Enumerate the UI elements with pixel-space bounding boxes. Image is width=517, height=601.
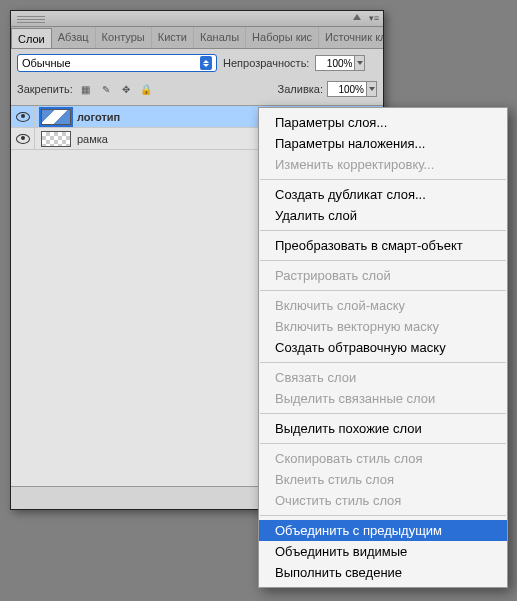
opacity-label: Непрозрачность: (223, 57, 309, 69)
blend-row: Обычные Непрозрачность: 100% (11, 49, 383, 77)
panel-titlebar[interactable]: ▾≡ (11, 11, 383, 27)
tab-6[interactable]: Источник кл (319, 27, 383, 48)
menu-item[interactable]: Параметры наложения... (259, 133, 507, 154)
eye-icon (16, 112, 30, 122)
menu-separator (260, 260, 506, 261)
dropdown-caret-icon (200, 56, 212, 70)
menu-item: Растрировать слой (259, 265, 507, 286)
menu-item: Изменить корректировку... (259, 154, 507, 175)
collapse-icon[interactable] (353, 14, 361, 20)
fill-label: Заливка: (278, 83, 323, 95)
menu-separator (260, 179, 506, 180)
menu-item: Включить слой-маску (259, 295, 507, 316)
tab-1[interactable]: Абзац (52, 27, 96, 48)
grip-icon (17, 15, 45, 23)
menu-item[interactable]: Выполнить сведение (259, 562, 507, 583)
layer-name[interactable]: рамка (77, 133, 108, 145)
menu-separator (260, 443, 506, 444)
menu-item: Вклеить стиль слоя (259, 469, 507, 490)
menu-item[interactable]: Объединить видимые (259, 541, 507, 562)
opacity-caret-icon[interactable] (355, 55, 365, 71)
layer-thumbnail[interactable] (41, 109, 71, 125)
opacity-input[interactable]: 100% (315, 55, 355, 71)
menu-item: Скопировать стиль слоя (259, 448, 507, 469)
tab-2[interactable]: Контуры (96, 27, 152, 48)
fill-input[interactable]: 100% (327, 81, 367, 97)
blend-mode-value: Обычные (22, 57, 71, 69)
menu-separator (260, 230, 506, 231)
tab-4[interactable]: Каналы (194, 27, 246, 48)
menu-separator (260, 515, 506, 516)
blend-mode-select[interactable]: Обычные (17, 54, 217, 72)
tab-3[interactable]: Кисти (152, 27, 194, 48)
menu-item: Связать слои (259, 367, 507, 388)
lock-row: Закрепить: ▦ ✎ ✥ 🔒 Заливка: 100% (11, 77, 383, 105)
menu-item: Выделить связанные слои (259, 388, 507, 409)
layer-context-menu: Параметры слоя...Параметры наложения...И… (258, 107, 508, 588)
lock-brush-icon[interactable]: ✎ (99, 82, 113, 96)
tab-0[interactable]: Слои (11, 28, 52, 49)
menu-separator (260, 290, 506, 291)
menu-item: Включить векторную маску (259, 316, 507, 337)
layer-name[interactable]: логотип (77, 111, 120, 123)
menu-item[interactable]: Удалить слой (259, 205, 507, 226)
menu-separator (260, 413, 506, 414)
lock-pixels-icon[interactable]: ▦ (79, 82, 93, 96)
menu-separator (260, 362, 506, 363)
lock-move-icon[interactable]: ✥ (119, 82, 133, 96)
visibility-toggle[interactable] (11, 128, 35, 149)
menu-item[interactable]: Объединить с предыдущим (259, 520, 507, 541)
lock-all-icon[interactable]: 🔒 (139, 82, 153, 96)
menu-item[interactable]: Преобразовать в смарт-объект (259, 235, 507, 256)
visibility-toggle[interactable] (11, 106, 35, 127)
menu-item[interactable]: Параметры слоя... (259, 112, 507, 133)
menu-item: Очистить стиль слоя (259, 490, 507, 511)
eye-icon (16, 134, 30, 144)
tab-5[interactable]: Наборы кис (246, 27, 319, 48)
menu-item[interactable]: Создать обтравочную маску (259, 337, 507, 358)
lock-label: Закрепить: (17, 83, 73, 95)
layer-thumbnail[interactable] (41, 131, 71, 147)
fill-caret-icon[interactable] (367, 81, 377, 97)
panel-tabs: СлоиАбзацКонтурыКистиКаналыНаборы кисИст… (11, 27, 383, 49)
menu-item[interactable]: Создать дубликат слоя... (259, 184, 507, 205)
panel-menu-icon[interactable]: ▾≡ (369, 13, 379, 23)
menu-item[interactable]: Выделить похожие слои (259, 418, 507, 439)
